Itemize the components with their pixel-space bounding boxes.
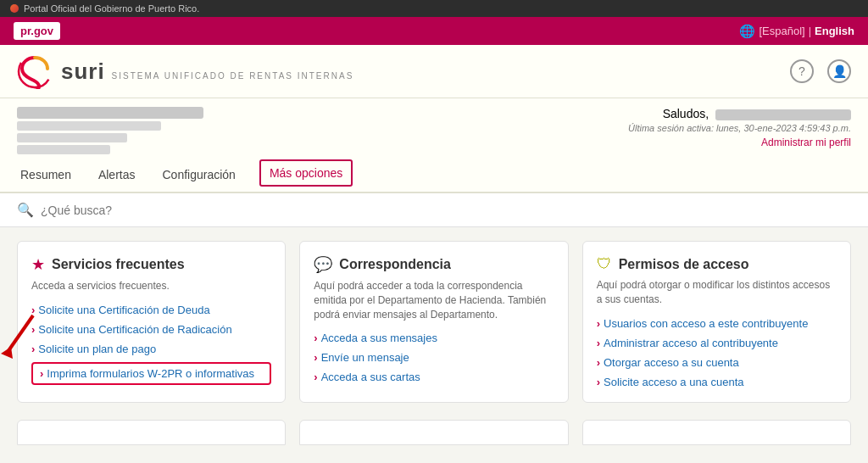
greeting-line: Saludos, [628, 107, 851, 120]
card-correspondencia-links: › Acceda a sus mensajes › Envíe un mensa… [314, 332, 554, 383]
link-certificacion-radicacion[interactable]: › Solicite una Certificación de Radicaci… [31, 323, 271, 336]
tab-configuracion[interactable]: Configuración [159, 159, 239, 193]
chevron-icon: › [31, 343, 35, 355]
tab-resumen[interactable]: Resumen [17, 159, 75, 193]
espanol-link[interactable]: [Español] [759, 25, 804, 37]
saludos-label: Saludos, [663, 107, 709, 120]
card-servicios-desc: Acceda a servicios frecuentes. [31, 279, 271, 293]
suri-subtitle: SISTEMA UNIFICADO DE RENTAS INTERNAS [112, 71, 354, 81]
link-text: Imprima formularios W-2PR o informativas [47, 367, 254, 380]
link-text: Solicite un plan de pago [38, 343, 156, 355]
suri-action-icons: ? 👤 [790, 59, 851, 83]
search-icon: 🔍 [17, 202, 34, 218]
user-detail-2 [17, 133, 127, 142]
card-permisos-desc: Aquí podrá otorgar o modificar los disti… [597, 278, 837, 307]
card-correspondencia-title: Correspondencia [339, 257, 451, 272]
user-greeting: Saludos, Última sesión activa: lunes, 30… [628, 107, 851, 148]
link-text: Administrar acceso al contribuyente [604, 337, 778, 349]
last-session-text: Última sesión activa: lunes, 30-ene-2023… [628, 123, 851, 133]
prgov-logo[interactable]: pr.gov [14, 22, 60, 40]
star-icon: ★ [31, 255, 45, 274]
user-detail-1 [17, 121, 161, 131]
banner-icon [10, 4, 19, 13]
user-name-blurred [17, 107, 203, 119]
suri-text-area: suri SISTEMA UNIFICADO DE RENTAS INTERNA… [61, 59, 353, 85]
link-text: Acceda a sus mensajes [321, 332, 437, 344]
svg-line-1 [8, 315, 33, 352]
link-envie-mensaje[interactable]: › Envíe un mensaje [314, 351, 554, 364]
card-servicios-title: Servicios frecuentes [52, 257, 185, 272]
link-solicite-acceso[interactable]: › Solicite acceso a una cuenta [597, 376, 837, 388]
bottom-card-1 [17, 420, 286, 445]
suri-wordmark: suri [61, 59, 105, 84]
card-permisos-header: 🛡 Permisos de acceso [597, 255, 837, 273]
card-correspondencia: 💬 Correspondencia Aquí podrá acceder a t… [299, 241, 568, 403]
help-button[interactable]: ? [790, 59, 814, 83]
chevron-icon: › [31, 323, 35, 336]
link-text: Acceda a sus cartas [321, 371, 420, 383]
admin-profile-link[interactable]: Administrar mi perfil [628, 137, 851, 148]
arrow-indicator [0, 311, 35, 365]
top-banner: Portal Oficial del Gobierno de Puerto Ri… [0, 0, 868, 17]
link-text: Solicite acceso a una cuenta [604, 376, 744, 388]
nav-tabs: Resumen Alertas Configuración Más opcion… [0, 159, 868, 193]
link-formularios-w2pr[interactable]: › Imprima formularios W-2PR o informativ… [31, 362, 271, 385]
card-correspondencia-desc: Aquí podrá acceder a toda la corresponde… [314, 279, 554, 321]
bottom-card-2 [299, 420, 568, 445]
shield-icon: 🛡 [597, 255, 612, 273]
bottom-strip [0, 420, 868, 445]
suri-s-logo [17, 53, 53, 89]
suri-header: suri SISTEMA UNIFICADO DE RENTAS INTERNA… [0, 45, 868, 98]
link-certificacion-deuda[interactable]: › Solicite una Certificación de Deuda [31, 304, 271, 316]
search-bar: 🔍 [0, 193, 868, 227]
card-permisos-acceso: 🛡 Permisos de acceso Aquí podrá otorgar … [582, 241, 851, 403]
header-bar: pr.gov 🌐 [Español] | English [0, 17, 868, 45]
link-acceda-cartas[interactable]: › Acceda a sus cartas [314, 371, 554, 383]
link-text: Otorgar acceso a su cuenta [604, 356, 739, 369]
bottom-card-3 [582, 420, 851, 445]
search-input[interactable] [41, 204, 380, 217]
chevron-icon: › [597, 376, 600, 388]
chevron-icon: › [314, 351, 317, 364]
chevron-icon: › [314, 332, 317, 344]
user-profile-button[interactable]: 👤 [827, 59, 851, 83]
card-correspondencia-header: 💬 Correspondencia [314, 255, 554, 274]
card-permisos-links: › Usuarios con acceso a este contribuyen… [597, 317, 837, 388]
chevron-icon: › [314, 371, 317, 383]
link-administrar-acceso[interactable]: › Administrar acceso al contribuyente [597, 337, 837, 349]
link-text: Envíe un mensaje [321, 351, 409, 364]
chevron-icon: › [40, 367, 43, 380]
chevron-icon: › [597, 337, 600, 349]
tab-mas-opciones[interactable]: Más opciones [259, 159, 353, 187]
banner-text: Portal Oficial del Gobierno de Puerto Ri… [24, 3, 199, 14]
chevron-icon: › [597, 356, 600, 369]
user-detail-3 [17, 145, 110, 154]
link-acceda-mensajes[interactable]: › Acceda a sus mensajes [314, 332, 554, 344]
chevron-icon: › [597, 317, 600, 330]
user-details-left [17, 107, 203, 154]
tab-alertas[interactable]: Alertas [95, 159, 139, 193]
link-text: Solicite una Certificación de Deuda [38, 304, 209, 316]
lang-separator: | [809, 25, 811, 37]
card-servicios-links: › Solicite una Certificación de Deuda › … [31, 304, 271, 385]
link-otorgar-acceso[interactable]: › Otorgar acceso a su cuenta [597, 356, 837, 369]
greeting-name-blurred [715, 109, 851, 120]
chat-icon: 💬 [314, 255, 332, 274]
card-permisos-title: Permisos de acceso [619, 257, 749, 272]
language-switcher: 🌐 [Español] | English [739, 24, 854, 39]
globe-icon: 🌐 [739, 24, 755, 39]
svg-marker-2 [1, 347, 13, 359]
user-info-section: Saludos, Última sesión activa: lunes, 30… [0, 98, 868, 159]
link-plan-pago[interactable]: › Solicite un plan de pago [31, 343, 271, 355]
card-servicios-header: ★ Servicios frecuentes [31, 255, 271, 274]
main-content: ★ Servicios frecuentes Acceda a servicio… [0, 227, 868, 416]
card-servicios-frecuentes: ★ Servicios frecuentes Acceda a servicio… [17, 241, 286, 403]
suri-logo-area: suri SISTEMA UNIFICADO DE RENTAS INTERNA… [17, 53, 353, 89]
link-usuarios-acceso[interactable]: › Usuarios con acceso a este contribuyen… [597, 317, 837, 330]
english-link[interactable]: English [815, 25, 854, 37]
chevron-icon: › [31, 304, 35, 316]
link-text: Usuarios con acceso a este contribuyente [604, 317, 808, 330]
link-text: Solicite una Certificación de Radicación [38, 323, 231, 336]
